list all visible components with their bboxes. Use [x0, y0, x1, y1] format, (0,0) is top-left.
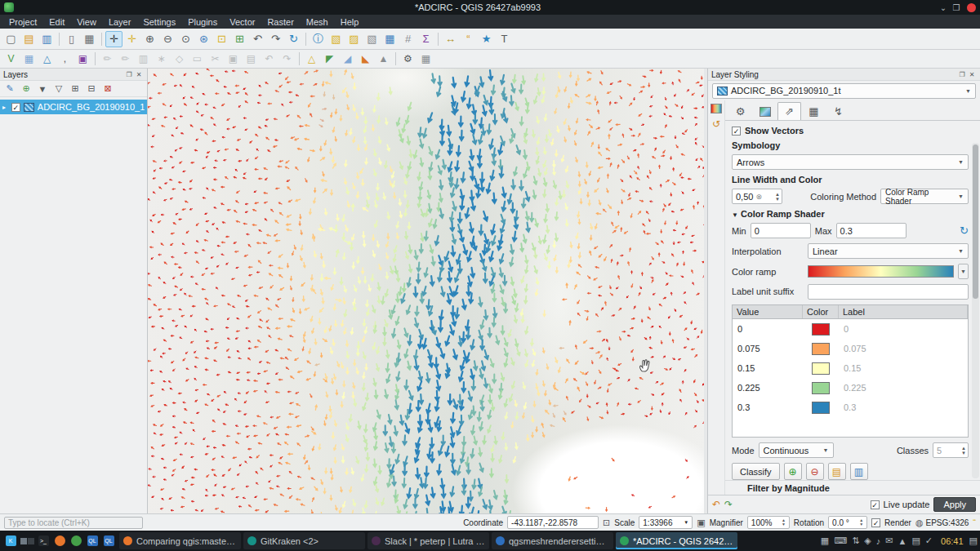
kdeconnect-icon[interactable]: ◈: [864, 535, 871, 546]
slack-window[interactable]: Slack | * peterp | Lutra Con...: [368, 532, 489, 549]
styling-layer-selector[interactable]: ADCIRC_BG_20190910_1t ▼: [712, 83, 976, 99]
render-checkbox[interactable]: [871, 518, 880, 527]
column-header-label[interactable]: Label: [839, 305, 968, 318]
layer-visibility-checkbox[interactable]: [11, 103, 20, 112]
mesh-reindex-button[interactable]: ▲: [375, 51, 392, 67]
spinner-arrows-icon[interactable]: ▲▼: [859, 518, 863, 527]
layer-item[interactable]: ▸ ADCIRC_BG_20190910_1t: [0, 100, 147, 114]
messenger-icon[interactable]: [68, 533, 84, 549]
classify-button[interactable]: Classify: [732, 463, 780, 480]
color-swatch[interactable]: [812, 382, 830, 394]
line-width-spinbox[interactable]: 0,50 ⊗ ▲▼: [732, 189, 782, 204]
apply-button[interactable]: Apply: [933, 497, 976, 512]
add-vector-layer-button[interactable]: V: [2, 51, 20, 67]
layer-expander-icon[interactable]: ▸: [2, 104, 8, 111]
maximize-window-icon[interactable]: ❐: [950, 3, 963, 12]
menu-edit[interactable]: Edit: [43, 16, 70, 28]
add-value-icon[interactable]: ⊕: [784, 463, 802, 480]
menu-raster[interactable]: Raster: [261, 16, 299, 28]
measure-line-button[interactable]: ↔: [442, 31, 459, 47]
cut-features-button[interactable]: ✂: [207, 51, 224, 67]
refresh-map-button[interactable]: ↻: [285, 31, 302, 47]
messages-icon[interactable]: “: [973, 518, 976, 527]
map-canvas[interactable]: [148, 69, 704, 513]
column-header-value[interactable]: Value: [733, 305, 803, 318]
expand-all-button[interactable]: ⊞: [68, 82, 82, 96]
pager-icon[interactable]: [19, 533, 35, 549]
gitkraken-window[interactable]: GitKraken <2>: [243, 532, 365, 549]
zoom-in-button[interactable]: ⊕: [141, 31, 158, 47]
color-ramp-preview[interactable]: [808, 265, 954, 278]
color-table-row[interactable]: 0.150.15: [733, 358, 968, 378]
lock-scale-icon[interactable]: ▣: [697, 518, 705, 528]
undo-style-icon[interactable]: ↶: [712, 499, 720, 510]
firefox-window[interactable]: Comparing qgis:master...vcl...: [119, 532, 241, 549]
delete-selected-button[interactable]: ▭: [189, 51, 206, 67]
show-vectors-checkbox[interactable]: [732, 127, 741, 136]
crs-status-button[interactable]: ◍ EPSG:4326: [915, 518, 969, 528]
qgis-window[interactable]: *ADCIRC - QGIS 26427ab9993: [616, 532, 737, 549]
save-layer-edits-button[interactable]: ▥: [135, 51, 152, 67]
map-tips-button[interactable]: “: [460, 31, 477, 47]
coloring-method-select[interactable]: Color Ramp Shader ▼: [880, 189, 969, 204]
interpolation-select[interactable]: Linear ▼: [808, 243, 969, 259]
copy-features-button[interactable]: ▣: [225, 51, 242, 67]
color-swatch[interactable]: [812, 343, 830, 355]
styling-panel-close-icon[interactable]: ✕: [967, 71, 977, 78]
color-ramp-shader-section[interactable]: ▼ Color Ramp Shader: [732, 209, 969, 219]
menu-mesh[interactable]: Mesh: [301, 16, 334, 28]
color-table-row[interactable]: 0.2250.225: [733, 378, 968, 398]
select-by-expression-button[interactable]: ▨: [345, 31, 363, 47]
statistics-summary-button[interactable]: Σ: [417, 31, 434, 47]
mesh-digitizing-button[interactable]: △: [303, 51, 320, 67]
spinner-arrows-icon[interactable]: ▲▼: [961, 446, 966, 455]
color-table-row[interactable]: 0.0750.075: [733, 339, 968, 358]
vertex-tool-button[interactable]: ◇: [171, 51, 188, 67]
zoom-last-button[interactable]: ↶: [249, 31, 266, 47]
toggle-editing-button[interactable]: ✏: [117, 51, 134, 67]
menu-project[interactable]: Project: [3, 16, 42, 28]
clock[interactable]: 06:41: [941, 536, 964, 546]
tab-rendering[interactable]: ▦: [802, 102, 826, 120]
mesh-force-by-lines-button[interactable]: ◣: [357, 51, 374, 67]
clipboard-icon[interactable]: ▤: [911, 535, 920, 546]
tab-settings[interactable]: ⚙: [728, 102, 752, 120]
coordinate-input[interactable]: -43.1187,-22.8578: [507, 516, 599, 529]
history-icon[interactable]: ↺: [712, 118, 720, 130]
open-layer-styling-button[interactable]: ✎: [2, 82, 17, 96]
symbology-select[interactable]: Arrows ▼: [732, 154, 969, 170]
save-project-button[interactable]: ▥: [38, 31, 56, 47]
remove-value-icon[interactable]: ⊖: [806, 463, 824, 480]
zoom-out-button[interactable]: ⊖: [159, 31, 176, 47]
open-attribute-table-button[interactable]: ▦: [381, 31, 399, 47]
identify-features-button[interactable]: ⓘ: [310, 31, 327, 47]
color-table-row[interactable]: 0.30.3: [733, 398, 968, 417]
spinner-arrows-icon[interactable]: ▲▼: [782, 518, 786, 527]
color-swatch[interactable]: [812, 362, 830, 375]
open-project-button[interactable]: ▤: [20, 31, 38, 47]
menu-plugins[interactable]: Plugins: [182, 16, 223, 28]
screen-layout-icon[interactable]: ▦: [821, 535, 829, 546]
layers-panel-close-icon[interactable]: ✕: [134, 71, 144, 78]
undo-button[interactable]: ↶: [261, 51, 278, 67]
text-annotation-button[interactable]: T: [496, 31, 513, 47]
panel-settings-icon[interactable]: ▤: [969, 535, 978, 546]
zoom-full-button[interactable]: ⊛: [195, 31, 212, 47]
close-window-icon[interactable]: [967, 3, 976, 12]
max-input[interactable]: 0.3: [836, 223, 906, 238]
network-icon[interactable]: ⇅: [852, 535, 859, 546]
pan-map-button[interactable]: ✛: [105, 31, 122, 47]
add-raster-layer-button[interactable]: ▦: [20, 51, 38, 67]
keyboard-icon[interactable]: ⌨: [834, 535, 847, 546]
add-mesh-layer-button[interactable]: △: [38, 51, 56, 67]
shade-window-icon[interactable]: ⌄: [937, 3, 950, 12]
locate-input[interactable]: Type to locate (Ctrl+K): [4, 517, 143, 529]
deselect-features-button[interactable]: ▧: [363, 31, 381, 47]
firefox-icon[interactable]: [51, 533, 68, 549]
save-ramp-icon[interactable]: ▥: [850, 463, 868, 480]
editor-window[interactable]: qgsmeshrenderersettings.h...: [492, 532, 613, 549]
filter-legend-button[interactable]: ▼: [35, 82, 50, 96]
pan-to-selection-button[interactable]: ✛: [123, 31, 140, 47]
add-group-button[interactable]: ⊕: [19, 82, 33, 96]
processing-toolbox-button[interactable]: ⚙: [399, 51, 416, 67]
